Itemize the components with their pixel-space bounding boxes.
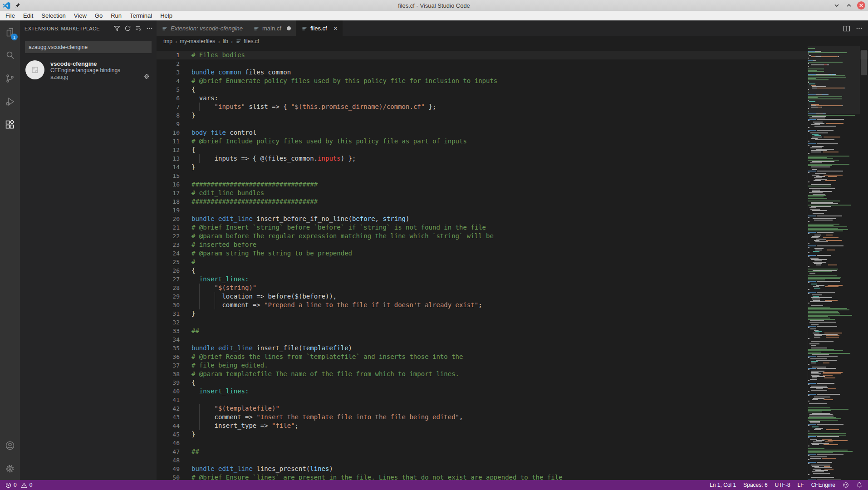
- code-line[interactable]: 42 "$(templatefile)": [157, 404, 868, 413]
- refresh-icon[interactable]: [124, 25, 131, 32]
- code-line[interactable]: 39{: [157, 378, 868, 387]
- scrollbar-thumb[interactable]: [861, 50, 867, 75]
- code-line[interactable]: 20bundle edit_line insert_before_if_no_l…: [157, 215, 868, 223]
- menu-item-file[interactable]: File: [1, 11, 19, 20]
- feedback-icon[interactable]: [843, 482, 849, 488]
- cursor-position-status[interactable]: Ln 1, Col 1: [710, 482, 736, 488]
- problems-status[interactable]: 0 0: [5, 482, 32, 488]
- clear-search-icon[interactable]: [135, 25, 142, 32]
- code-line[interactable]: 1# Files bodies: [157, 51, 868, 59]
- code-line[interactable]: 32: [157, 318, 868, 327]
- menu-item-help[interactable]: Help: [156, 11, 177, 20]
- code-line[interactable]: 11# @brief Include policy files used by …: [157, 137, 868, 146]
- menu-item-view[interactable]: View: [70, 11, 91, 20]
- code-line[interactable]: 19: [157, 206, 868, 215]
- more-actions-icon[interactable]: [146, 25, 153, 32]
- code-line[interactable]: 41: [157, 396, 868, 404]
- code-line[interactable]: 48: [157, 456, 868, 465]
- activity-source-control[interactable]: [0, 67, 20, 90]
- code-line[interactable]: 46: [157, 439, 868, 447]
- code-line[interactable]: 30 comment => "Prepend a line to the fil…: [157, 301, 868, 309]
- settings-gear-icon[interactable]: [0, 457, 20, 480]
- code-line[interactable]: 38# @param templatefile The name of the …: [157, 370, 868, 378]
- code-line[interactable]: 44 insert_type => "file";: [157, 421, 868, 430]
- code-line[interactable]: 50# @brief Ensure `lines` are present in…: [157, 473, 868, 480]
- encoding-status[interactable]: UTF-8: [775, 482, 790, 488]
- extension-gear-icon[interactable]: [143, 73, 150, 80]
- code-line[interactable]: 18#################################: [157, 197, 868, 206]
- close-tab-icon[interactable]: ×: [333, 25, 338, 32]
- code-line[interactable]: 3bundle common files_common: [157, 68, 868, 77]
- code-line[interactable]: 14}: [157, 163, 868, 172]
- code-line[interactable]: 36# @brief Reads the lines from `templat…: [157, 353, 868, 361]
- filter-icon[interactable]: [113, 25, 120, 32]
- activity-account[interactable]: [0, 434, 20, 457]
- menu-item-run[interactable]: Run: [107, 11, 126, 20]
- activity-run-debug[interactable]: [0, 90, 20, 113]
- tab-main-cf[interactable]: main.cf: [248, 20, 296, 36]
- code-line[interactable]: 22# @param before The regular expression…: [157, 232, 868, 240]
- code-line[interactable]: 25#: [157, 258, 868, 266]
- minimap-slider[interactable]: [808, 46, 860, 114]
- code-line[interactable]: 33##: [157, 327, 868, 335]
- code-line[interactable]: 40 insert_lines:: [157, 387, 868, 396]
- code-line[interactable]: 45}: [157, 430, 868, 439]
- code-line[interactable]: 26{: [157, 266, 868, 275]
- tab-files-cf[interactable]: files.cf×: [296, 20, 343, 36]
- menu-item-terminal[interactable]: Terminal: [126, 11, 156, 20]
- minimap[interactable]: [808, 46, 860, 480]
- activity-explorer[interactable]: 1: [0, 20, 20, 44]
- code-line[interactable]: 2: [157, 59, 868, 68]
- breadcrumb-item-my-masterfiles[interactable]: my-masterfiles: [180, 38, 215, 44]
- code-line[interactable]: 5{: [157, 85, 868, 94]
- code-line[interactable]: 24# @param string The string to be prepe…: [157, 249, 868, 258]
- code-line[interactable]: 23# inserted before: [157, 240, 868, 249]
- code-line[interactable]: 16#################################: [157, 180, 868, 189]
- code-line[interactable]: 4# @brief Enumerate policy files used by…: [157, 77, 868, 85]
- extension-list-item[interactable]: vscode-cfengine CFEngine language bindin…: [20, 59, 157, 83]
- menu-item-selection[interactable]: Selection: [37, 11, 69, 20]
- code-line[interactable]: 27 insert_lines:: [157, 275, 868, 284]
- code-line[interactable]: 13 inputs => { @(files_common.inputs) };: [157, 154, 868, 163]
- indent-guide: [199, 292, 200, 301]
- eol-status[interactable]: LF: [798, 482, 804, 488]
- code-line[interactable]: 49bundle edit_line lines_present(lines): [157, 465, 868, 473]
- tab-extension-vscode-cfengine[interactable]: Extension: vscode-cfengine: [157, 20, 248, 36]
- code-line[interactable]: 43 comment => "Insert the template file …: [157, 413, 868, 421]
- activity-extensions[interactable]: [0, 113, 20, 136]
- breadcrumb-item-lib[interactable]: lib: [223, 38, 228, 44]
- breadcrumb-item-tmp[interactable]: tmp: [163, 38, 172, 44]
- bell-icon[interactable]: [856, 482, 863, 488]
- code-line[interactable]: 21# @brief Insert `string` before `befor…: [157, 223, 868, 232]
- menu-item-edit[interactable]: Edit: [19, 11, 37, 20]
- activity-search[interactable]: [0, 44, 20, 67]
- code-line[interactable]: 6 vars:: [157, 94, 868, 103]
- code-line[interactable]: 17# edit_line bundles: [157, 189, 868, 197]
- code-line[interactable]: 10body file control: [157, 128, 868, 137]
- code-line[interactable]: 9: [157, 120, 868, 128]
- minimize-button[interactable]: [833, 1, 841, 10]
- code-line[interactable]: 47##: [157, 447, 868, 456]
- indentation-status[interactable]: Spaces: 6: [743, 482, 767, 488]
- close-window-button[interactable]: [857, 1, 865, 10]
- menu-item-go[interactable]: Go: [91, 11, 107, 20]
- code-line[interactable]: 8}: [157, 111, 868, 120]
- language-mode-status[interactable]: CFEngine: [811, 482, 835, 488]
- split-editor-icon[interactable]: [843, 25, 850, 32]
- code-line[interactable]: 31}: [157, 309, 868, 318]
- code-line[interactable]: 15: [157, 172, 868, 180]
- status-bar: 0 0 Ln 1, Col 1 Spaces: 6 UTF-8 LF CFEng…: [0, 480, 868, 490]
- code-line[interactable]: 28 "$(string)": [157, 284, 868, 292]
- extensions-search-input[interactable]: [25, 41, 152, 53]
- code-line[interactable]: 34: [157, 335, 868, 344]
- code-line[interactable]: 37# file being edited.: [157, 361, 868, 370]
- code-line[interactable]: 12{: [157, 146, 868, 154]
- editor-scrollbar[interactable]: [860, 46, 868, 480]
- editor-more-actions-icon[interactable]: [856, 25, 863, 32]
- code-line[interactable]: 35bundle edit_line insert_file(templatef…: [157, 344, 868, 353]
- code-line[interactable]: 29 location => before($(before)),: [157, 292, 868, 301]
- maximize-button[interactable]: [845, 1, 853, 10]
- code-line[interactable]: 7 "inputs" slist => { "$(this.promise_di…: [157, 103, 868, 111]
- code-editor[interactable]: 1# Files bodies23bundle common files_com…: [157, 46, 868, 480]
- breadcrumb-item-files-cf[interactable]: files.cf: [235, 38, 259, 44]
